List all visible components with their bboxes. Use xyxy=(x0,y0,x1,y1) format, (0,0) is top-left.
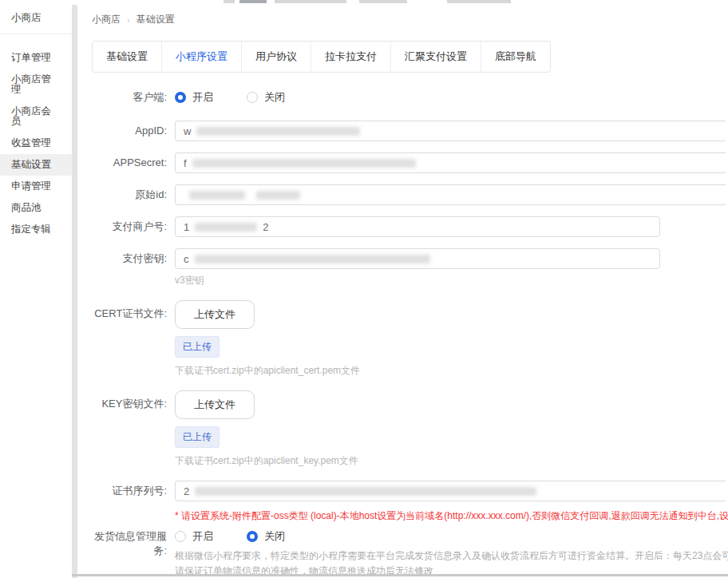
client-radio-off[interactable]: 关闭 xyxy=(247,90,285,105)
radio-selected-icon[interactable] xyxy=(175,92,186,103)
cert-uploaded-tag[interactable]: 已上传 xyxy=(175,336,220,358)
pay-key-redacted-value xyxy=(195,255,430,263)
tab-miniprogram-settings[interactable]: 小程序设置 xyxy=(161,42,241,72)
page: 小商店 订单管理 小商店管理 小商店会员 收益管理 基础设置 申请管理 商品池 … xyxy=(0,0,728,578)
breadcrumb-store[interactable]: 小商店 xyxy=(92,13,121,26)
sidebar-item-store-members[interactable]: 小商店会员 xyxy=(0,101,72,133)
topbar-fragment xyxy=(239,0,267,3)
cert-file-label: CERT证书文件: xyxy=(92,300,175,321)
key-file-label: KEY密钥文件: xyxy=(92,390,175,411)
appid-value-prefix: w xyxy=(184,125,191,137)
warning-row: * 请设置系统-附件配置-oss类型 (local)-本地host设置为当前域名… xyxy=(92,501,728,523)
appsecret-input[interactable]: f xyxy=(175,152,726,173)
sidebar: 小商店 订单管理 小商店管理 小商店会员 收益管理 基础设置 申请管理 商品池 … xyxy=(0,5,72,240)
sidebar-menu: 订单管理 小商店管理 小商店会员 收益管理 基础设置 申请管理 商品池 指定专辑 xyxy=(0,34,72,240)
sidebar-item-product-pool[interactable]: 商品池 xyxy=(0,197,72,219)
client-on-label: 开启 xyxy=(192,90,213,105)
cert-serial-input[interactable]: 2 xyxy=(175,481,726,501)
cert-serial-value-prefix: 2 xyxy=(184,485,189,497)
original-id-redacted-value xyxy=(189,191,245,200)
sidebar-item-order-management[interactable]: 订单管理 xyxy=(0,47,72,69)
sidebar-divider xyxy=(72,5,77,578)
shipping-on-label: 开启 xyxy=(192,529,213,544)
client-radio-group: 开启 关闭 xyxy=(175,90,728,105)
breadcrumb-separator-icon: › xyxy=(127,15,130,25)
shipping-radio-off[interactable]: 关闭 xyxy=(247,529,285,544)
topbar-fragment xyxy=(359,0,407,3)
merchant-no-label: 支付商户号: xyxy=(92,220,175,234)
pay-key-help-row: v3密钥 xyxy=(92,274,728,287)
topbar-fragment xyxy=(275,0,346,3)
sidebar-item-revenue-management[interactable]: 收益管理 xyxy=(0,133,72,154)
pay-key-help: v3密钥 xyxy=(175,274,728,287)
radio-unselected-icon[interactable] xyxy=(175,531,186,542)
miniprogram-settings-form: 客户端: 开启 关闭 AppID: w xyxy=(92,90,728,578)
sidebar-item-store-management[interactable]: 小商店管理 xyxy=(0,69,72,101)
cert-upload-button[interactable]: 上传文件 xyxy=(175,300,255,329)
breadcrumb: 小商店 › 基础设置 xyxy=(92,5,728,26)
sidebar-item-designated-album[interactable]: 指定专辑 xyxy=(0,219,72,240)
pay-key-row: 支付密钥: c xyxy=(92,248,728,269)
key-upload-button[interactable]: 上传文件 xyxy=(175,390,255,419)
breadcrumb-basic-settings[interactable]: 基础设置 xyxy=(136,13,175,26)
pay-key-value-prefix: c xyxy=(184,253,189,265)
settings-tabs: 基础设置 小程序设置 用户协议 拉卡拉支付 汇聚支付设置 底部导航 xyxy=(92,41,551,73)
topbar-fragment xyxy=(224,0,235,3)
oss-warning-text: * 请设置系统-附件配置-oss类型 (local)-本地host设置为当前域名… xyxy=(175,509,728,523)
sidebar-item-basic-settings[interactable]: 基础设置 xyxy=(0,154,72,176)
merchant-no-value-suffix: 2 xyxy=(263,221,268,233)
cert-serial-label: 证书序列号: xyxy=(92,484,175,498)
client-label: 客户端: xyxy=(92,90,175,105)
appid-redacted-value xyxy=(196,127,360,136)
client-row: 客户端: 开启 关闭 xyxy=(92,90,728,105)
key-file-row: KEY密钥文件: 上传文件 已上传 下载证书cert.zip中的apiclien… xyxy=(92,390,728,468)
client-off-label: 关闭 xyxy=(264,90,285,105)
sidebar-item-application-management[interactable]: 申请管理 xyxy=(0,176,72,197)
tab-footer-nav[interactable]: 底部导航 xyxy=(481,42,550,72)
shipping-radio-on[interactable]: 开启 xyxy=(175,529,213,544)
shipping-radio-group: 开启 关闭 xyxy=(175,529,728,544)
shipping-off-label: 关闭 xyxy=(264,529,285,544)
key-uploaded-tag[interactable]: 已上传 xyxy=(175,426,220,448)
cert-serial-redacted-value xyxy=(195,487,536,496)
appsecret-row: APPSecret: f xyxy=(92,152,728,173)
appid-row: AppID: w xyxy=(92,121,728,141)
client-radio-on[interactable]: 开启 xyxy=(175,90,213,105)
merchant-no-value-prefix: 1 xyxy=(184,221,189,233)
horizontal-scrollbar[interactable] xyxy=(72,574,728,576)
cert-file-help: 下载证书cert.zip中的apiclient_cert.pem文件 xyxy=(175,364,728,378)
radio-selected-icon[interactable] xyxy=(247,531,258,542)
cert-file-row: CERT证书文件: 上传文件 已上传 下载证书cert.zip中的apiclie… xyxy=(92,300,728,378)
topbar-fragment xyxy=(447,0,511,3)
pay-key-input[interactable]: c xyxy=(175,248,660,269)
shipping-row: 发货信息管理服务: 开启 关闭 根据微信小程序要求，特定类型的小程序需要 xyxy=(92,529,728,578)
appsecret-redacted-value xyxy=(192,159,416,168)
tab-basic-settings[interactable]: 基础设置 xyxy=(93,42,161,72)
merchant-no-row: 支付商户号: 1 2 xyxy=(92,216,728,237)
tab-lakala-pay[interactable]: 拉卡拉支付 xyxy=(311,42,390,72)
appsecret-value-prefix: f xyxy=(184,157,187,169)
original-id-redacted-value xyxy=(256,191,300,200)
main-content: 小商店 › 基础设置 基础设置 小程序设置 用户协议 拉卡拉支付 汇聚支付设置 … xyxy=(77,5,728,578)
key-file-help: 下载证书cert.zip中的apiclient_key.pem文件 xyxy=(175,454,728,468)
pay-key-label: 支付密钥: xyxy=(92,251,175,266)
tab-user-agreement[interactable]: 用户协议 xyxy=(241,42,311,72)
merchant-no-redacted-value xyxy=(195,223,257,232)
appsecret-label: APPSecret: xyxy=(92,156,175,170)
shipping-help-line: 根据微信小程序要求，特定类型的小程序需要在平台完成发货信息录入及确认收货流程后方… xyxy=(175,548,728,564)
appid-input[interactable]: w xyxy=(175,121,726,141)
tab-huiju-pay-settings[interactable]: 汇聚支付设置 xyxy=(390,42,481,72)
merchant-no-input[interactable]: 1 2 xyxy=(175,216,660,237)
sidebar-title: 小商店 xyxy=(0,5,72,34)
original-id-row: 原始id: xyxy=(92,184,728,205)
original-id-input[interactable] xyxy=(175,184,726,205)
appid-label: AppID: xyxy=(92,124,175,138)
shipping-label: 发货信息管理服务: xyxy=(92,529,175,558)
cert-serial-row: 证书序列号: 2 xyxy=(92,481,728,501)
original-id-label: 原始id: xyxy=(92,188,175,202)
radio-unselected-icon[interactable] xyxy=(247,92,258,103)
